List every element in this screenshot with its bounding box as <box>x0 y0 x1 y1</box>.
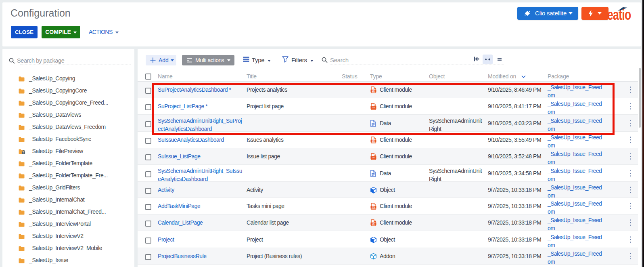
svg-text:JS: JS <box>372 156 375 159</box>
svg-text:JS: JS <box>372 206 375 208</box>
svg-text:JS: JS <box>372 223 375 225</box>
svg-text:JS: JS <box>372 140 375 142</box>
